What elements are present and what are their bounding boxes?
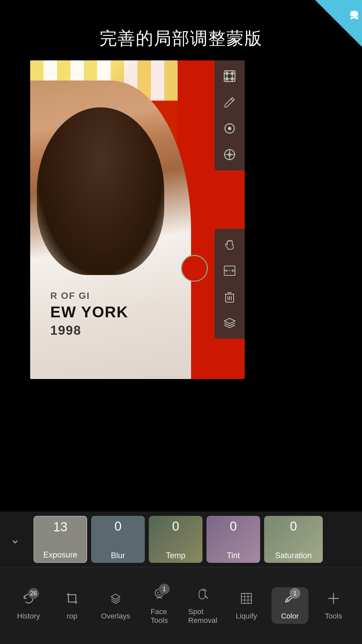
page-title: 完善的局部调整蒙版 — [0, 27, 362, 50]
tools-label: Tools — [325, 612, 342, 621]
overlays-label: Overlays — [101, 612, 130, 621]
exposure-adjustment[interactable]: 13 Exposure — [34, 516, 87, 563]
navbar-crop[interactable]: rop — [54, 591, 90, 621]
hair-overlay — [37, 107, 164, 275]
toolbar-bottom — [215, 229, 245, 339]
spot-removal-label: SpotRemoval — [188, 607, 218, 625]
flip-tool-button[interactable] — [215, 258, 245, 284]
blur-label: Blur — [111, 551, 125, 560]
tools-icon — [326, 591, 341, 610]
hand-tool-button[interactable] — [215, 231, 245, 258]
adjustment-strip: ⌄ 13 Exposure 0 Blur 0 Temp 0 Tint 0 Sat… — [0, 512, 362, 567]
photo-background: R OF GI EW YORK 1998 — [30, 60, 245, 379]
svg-rect-6 — [231, 72, 234, 75]
temp-label: Temp — [166, 551, 186, 560]
color-icon: 1 — [282, 591, 298, 610]
select-tool-button[interactable] — [215, 63, 245, 89]
navbar-face-tools[interactable]: 1 FaceTools — [141, 586, 178, 625]
shirt-text-line1: R OF GI — [50, 290, 128, 302]
badge-text: 免费 — [348, 0, 362, 3]
brush-tool-button[interactable] — [215, 89, 245, 115]
navbar-liquify[interactable]: Liquify — [228, 591, 265, 621]
radial-tool-button[interactable] — [215, 115, 245, 142]
tint-adjustment[interactable]: 0 Tint — [206, 516, 260, 563]
saturation-adjustment[interactable]: 0 Saturation — [264, 516, 323, 563]
svg-line-9 — [231, 99, 233, 101]
svg-line-28 — [205, 596, 208, 598]
exposure-label: Exposure — [43, 550, 77, 559]
navbar-color[interactable]: 1 Color — [272, 587, 308, 624]
navbar-history[interactable]: 26 History — [10, 591, 47, 621]
gradient-tool-button[interactable] — [215, 142, 245, 168]
photo-canvas[interactable]: R OF GI EW YORK 1998 — [30, 60, 245, 379]
blur-value: 0 — [114, 519, 121, 534]
blur-adjustment[interactable]: 0 Blur — [91, 516, 145, 563]
liquify-label: Liquify — [236, 612, 257, 621]
shirt-text-line3: 1998 — [50, 322, 128, 339]
crop-label: rop — [67, 612, 77, 621]
svg-line-36 — [287, 599, 288, 601]
strip-collapse-arrow[interactable]: ⌄ — [10, 532, 20, 546]
delete-tool-button[interactable] — [215, 284, 245, 310]
color-badge: 1 — [290, 588, 300, 599]
exposure-value: 13 — [53, 520, 67, 534]
face-tools-badge: 1 — [159, 584, 170, 594]
face-tools-label: FaceTools — [150, 607, 168, 625]
toolbar-top — [215, 60, 245, 170]
shirt-text-line2: EW YORK — [50, 302, 128, 322]
layers-tool-button[interactable] — [215, 310, 245, 336]
history-label: History — [17, 612, 40, 621]
svg-rect-5 — [226, 72, 228, 75]
radial-mask-indicator[interactable] — [181, 255, 208, 282]
navbar-tools[interactable]: Tools — [315, 591, 352, 621]
svg-point-11 — [228, 127, 231, 130]
spot-removal-icon — [195, 586, 210, 605]
navbar-spot-removal[interactable]: SpotRemoval — [184, 586, 221, 625]
liquify-icon — [239, 591, 254, 610]
crop-icon — [64, 591, 80, 610]
bottom-navbar: 26 History rop Overlays — [0, 567, 362, 644]
navbar-overlays[interactable]: Overlays — [97, 591, 134, 621]
saturation-value: 0 — [290, 519, 297, 534]
tint-value: 0 — [230, 519, 237, 534]
history-badge: 26 — [28, 588, 39, 599]
color-label: Color — [281, 612, 299, 621]
svg-rect-8 — [231, 77, 234, 80]
tint-label: Tint — [227, 551, 240, 560]
face-tools-icon: 1 — [152, 586, 167, 605]
history-icon: 26 — [21, 591, 36, 610]
svg-rect-7 — [226, 77, 228, 80]
saturation-label: Saturation — [275, 551, 312, 560]
temp-adjustment[interactable]: 0 Temp — [149, 516, 202, 563]
temp-value: 0 — [172, 519, 179, 534]
overlays-icon — [108, 591, 123, 610]
svg-point-23 — [157, 592, 159, 593]
title-area: 完善的局部调整蒙版 — [0, 0, 362, 60]
